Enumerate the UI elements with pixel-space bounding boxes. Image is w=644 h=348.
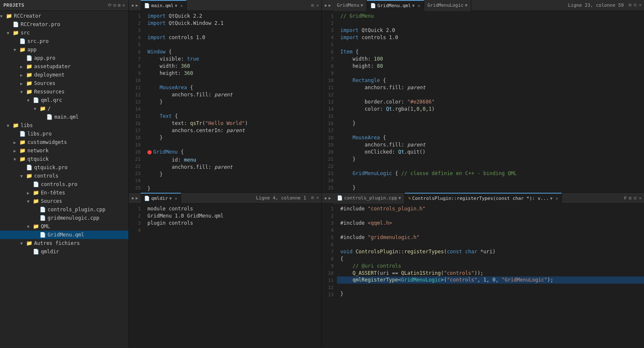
tab-registerTypes[interactable]: ✎ ControlsPlugin::registerTypes(const ch… bbox=[405, 193, 562, 204]
tab-close-register[interactable]: ✕ bbox=[556, 196, 558, 201]
tree-item-app-pro[interactable]: 📄 app.pro bbox=[0, 54, 128, 62]
tree-item-qmldir[interactable]: 📄 qmldir bbox=[0, 247, 128, 256]
tree-label: qtquick bbox=[27, 156, 49, 162]
tab-close-gridmenu[interactable]: ✕ bbox=[418, 3, 420, 8]
tab-dropdown[interactable]: ▼ bbox=[550, 196, 553, 201]
file-icon: 📄 bbox=[40, 207, 46, 213]
tab-close-qmldir[interactable]: ✕ bbox=[175, 196, 177, 201]
maximize-btn[interactable]: ⊡ bbox=[633, 3, 637, 8]
tree-item-controls-pro[interactable]: 📄 controls.pro bbox=[0, 180, 128, 189]
tree-item-controls[interactable]: ▼ 📁 controls bbox=[0, 172, 128, 180]
tree-arrow: ▼ bbox=[0, 14, 6, 19]
tab-gridmenulogic[interactable]: GridMenuLogic ▼ bbox=[424, 0, 471, 11]
tab-controls-plugin-file[interactable]: 📄 controls_plugin.cpp ▼ bbox=[334, 193, 405, 204]
editor-content-mainqml[interactable]: 1234567891011121314151617181920212223242… bbox=[129, 11, 321, 192]
tab-label: GridMenu.qml bbox=[377, 3, 411, 8]
split-btn[interactable]: ⊞ bbox=[628, 3, 632, 8]
tab-dropdown[interactable]: ▼ bbox=[465, 3, 468, 8]
tab-dropdown[interactable]: ▼ bbox=[398, 196, 401, 200]
split-btn[interactable]: ⊞ bbox=[310, 195, 315, 201]
editor-area: ◆ ▶ 📄 main.qml ▼ ✕ ⊞ ✕ bbox=[129, 0, 644, 348]
tree-item-libs-pro[interactable]: 📄 libs.pro bbox=[0, 130, 128, 138]
tree-label: gridmenulogic.cpp bbox=[48, 215, 99, 221]
folder-icon: 📁 bbox=[13, 122, 19, 128]
tree-label: app.pro bbox=[34, 55, 56, 61]
tree-item-customwidgets[interactable]: ▶ 📁 customwidgets bbox=[0, 138, 128, 146]
tab-dropdown[interactable]: ▼ bbox=[169, 196, 172, 201]
arrow-icon[interactable]: ▶ bbox=[329, 196, 331, 200]
tree-item-sources-controls[interactable]: ▼ 📁 Sources bbox=[0, 197, 128, 205]
tree-label: controls bbox=[34, 173, 59, 179]
tree-item-qmlqrc[interactable]: ▼ 📄 qml.qrc bbox=[0, 96, 128, 104]
tree-item-mainqml[interactable]: 📄 main.qml bbox=[0, 113, 128, 121]
folder-icon: 📁 bbox=[19, 139, 26, 145]
tree-item-qtquick[interactable]: ▼ 📁 qtquick bbox=[0, 155, 128, 163]
sidebar-sync-icon[interactable]: ⟳ bbox=[108, 3, 112, 8]
tab-dropdown[interactable]: ▼ bbox=[361, 3, 363, 8]
tree-item-rccreator[interactable]: ▼ 📁 RCCreator bbox=[0, 12, 128, 20]
tree-item-autres[interactable]: ▼ 📁 Autres fichiers bbox=[0, 239, 128, 247]
close-btn[interactable]: ✕ bbox=[638, 3, 642, 8]
tree-arrow: ▶ bbox=[13, 140, 19, 145]
tab-dropdown[interactable]: ▼ bbox=[412, 3, 415, 8]
close-btn[interactable]: ✕ bbox=[638, 196, 642, 200]
split-btn[interactable]: ⊞ bbox=[310, 3, 315, 8]
tree-item-slash[interactable]: ▼ 📁 / bbox=[0, 104, 128, 113]
hash-btn[interactable]: # bbox=[623, 196, 627, 200]
editor-content-gridmenu[interactable]: 1234567891011121314151617181920212223242… bbox=[322, 11, 644, 192]
tree-item-src-pro[interactable]: 📄 src.pro bbox=[0, 37, 128, 45]
close-btn[interactable]: ✕ bbox=[315, 195, 320, 201]
tree-label: controls.pro bbox=[41, 181, 77, 187]
tree-arrow: ▶ bbox=[20, 81, 26, 86]
tree-item-gridmenulogic-cpp[interactable]: 📄 gridmenulogic.cpp bbox=[0, 214, 128, 222]
tab-gridmenu-plain[interactable]: GridMenu ▼ bbox=[334, 0, 367, 11]
tab-mainqml[interactable]: 📄 main.qml ▼ ✕ bbox=[141, 0, 187, 11]
pin-icon[interactable]: ◆ bbox=[324, 196, 327, 200]
tree-item-entetes[interactable]: ▶ 📁 En-têtes bbox=[0, 189, 128, 197]
tree-item-rccreator-pro[interactable]: 📄 RCCreator.pro bbox=[0, 20, 128, 29]
tree-item-app[interactable]: ▼ 📁 app bbox=[0, 45, 128, 54]
pin-icon[interactable]: ◆ bbox=[131, 3, 134, 8]
tab-close-mainqml[interactable]: ✕ bbox=[180, 3, 183, 8]
pin-icon[interactable]: ◆ bbox=[131, 196, 134, 200]
tree-item-deployment[interactable]: ▶ 📁 deployment bbox=[0, 71, 128, 79]
tab-actions-bottom-left: Ligne 4, colonne 1 ⊞ ✕ bbox=[256, 195, 321, 201]
pin-icon[interactable]: ◆ bbox=[324, 3, 327, 8]
editor-content-qmldir[interactable]: 1234 module controls GridMenu 1.0 GridMe… bbox=[129, 204, 321, 348]
editor-content-controls-plugin[interactable]: 12345678910111213 #include "controls_plu… bbox=[322, 204, 644, 348]
file-icon: 📄 bbox=[337, 195, 343, 201]
tree-label: assetupdater bbox=[34, 64, 71, 69]
tab-dropdown[interactable]: ▼ bbox=[175, 3, 177, 8]
tree-label: RCCreator bbox=[14, 13, 41, 19]
tree-item-network[interactable]: ▶ 📁 network bbox=[0, 146, 128, 155]
tree-item-sources-app[interactable]: ▶ 📁 Sources bbox=[0, 79, 128, 88]
close-btn[interactable]: ✕ bbox=[315, 3, 320, 8]
arrow-icon[interactable]: ▶ bbox=[136, 196, 138, 200]
arrow-icon[interactable]: ▶ bbox=[136, 3, 138, 8]
tab-gridmenu-qml[interactable]: 📄 GridMenu.qml ▼ ✕ bbox=[367, 0, 424, 11]
sidebar-close-icon[interactable]: ✕ bbox=[122, 3, 125, 8]
tab-actions-right-top: Ligne 23, colonne 59 ⊞ ⊡ ✕ bbox=[568, 3, 644, 8]
tab-qmldir[interactable]: 📄 qmldir ▼ ✕ bbox=[141, 193, 181, 204]
arrow-icon[interactable]: ▶ bbox=[329, 3, 331, 8]
tree-label: main.qml bbox=[54, 114, 79, 120]
split-btn[interactable]: ⊞ bbox=[628, 196, 632, 200]
tree-item-libs[interactable]: ▼ 📁 libs bbox=[0, 121, 128, 130]
sidebar-collapse-icon[interactable]: ⊟ bbox=[113, 3, 116, 8]
tree-item-assetupdater[interactable]: ▶ 📁 assetupdater bbox=[0, 62, 128, 71]
tree-label: / bbox=[48, 106, 51, 112]
maximize-btn[interactable]: ⊡ bbox=[633, 196, 637, 200]
tree-item-ressources[interactable]: ▼ 📁 Ressources bbox=[0, 88, 128, 96]
sidebar-title: Projets bbox=[3, 3, 24, 8]
tree-arrow: ▶ bbox=[27, 191, 33, 195]
folder-icon: 📁 bbox=[13, 30, 19, 36]
folder-icon: 📁 bbox=[33, 223, 39, 229]
tree-item-qtquick-pro[interactable]: 📄 qtquick.pro bbox=[0, 163, 128, 172]
tree-item-gridmenu-qml[interactable]: 📄 GridMenu.qml bbox=[0, 231, 128, 239]
sidebar-header: Projets ⟳ ⊟ ⊞ ✕ bbox=[0, 0, 128, 11]
tree-item-controls-plugin[interactable]: 📄 controls_plugin.cpp bbox=[0, 205, 128, 214]
sidebar-expand-icon[interactable]: ⊞ bbox=[118, 3, 121, 8]
tree-item-src[interactable]: ▼ 📁 src bbox=[0, 29, 128, 37]
tree-item-qml[interactable]: ▼ 📁 QML bbox=[0, 222, 128, 231]
position-label: Ligne 4, colonne 1 bbox=[256, 195, 306, 201]
